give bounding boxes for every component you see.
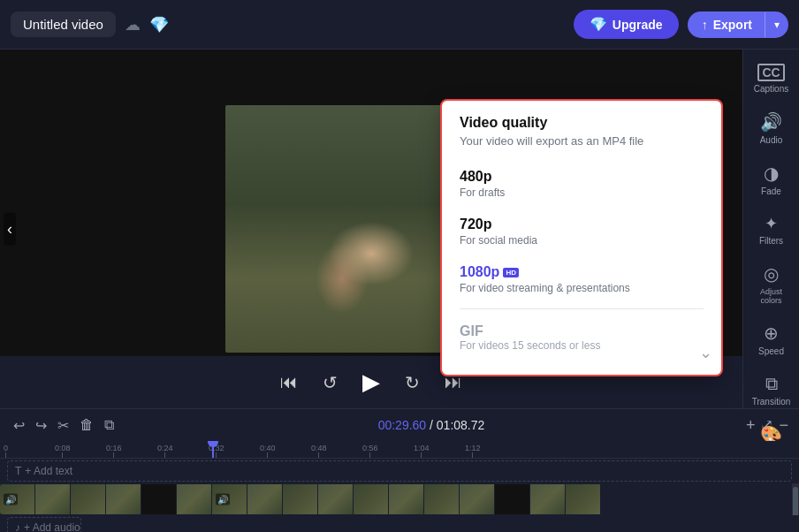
cut-button[interactable]: ✂	[55, 414, 72, 437]
collapse-panel-button[interactable]: ‹	[4, 213, 16, 246]
dropdown-subtitle: Your video will export as an MP4 file	[460, 134, 704, 148]
tracks-wrapper: 0 0:08 0:16 0:24 0:32 0:40 0:48 0:56 1:0…	[0, 441, 799, 532]
frame-tile	[141, 484, 177, 514]
total-time: 01:08.72	[437, 418, 485, 432]
adjust-colors-icon: ◎	[764, 263, 779, 285]
delete-button[interactable]: 🗑	[77, 414, 96, 436]
ruler-tick-3: 0:24	[157, 444, 173, 458]
ruler-tick-8: 1:04	[414, 444, 430, 458]
export-label: Export	[713, 18, 752, 32]
frame-tile	[530, 484, 566, 514]
timeline-tools: ↩ ↪ ✂ 🗑 ⧉	[11, 414, 117, 437]
ruler-tick-6: 0:48	[311, 444, 327, 458]
video-track-row: 🔊 🔊	[0, 483, 799, 515]
ruler-tick-1: 0:08	[55, 444, 71, 458]
ruler-tick-5: 0:40	[260, 444, 276, 458]
diamond-icon: 💎	[149, 15, 169, 34]
topbar: Untitled video ☁ 💎 💎 Upgrade ↑ Export ▾	[0, 0, 799, 49]
add-audio-icon: ♪	[15, 521, 20, 532]
volume-icon: 🔊	[4, 494, 18, 505]
filters-label: Filters	[759, 236, 783, 246]
filters-icon: ✦	[765, 214, 778, 233]
topbar-left: Untitled video ☁ 💎	[11, 11, 169, 37]
frame-tile	[177, 484, 212, 514]
quality-720p-desc: For social media	[460, 234, 704, 247]
copy-button[interactable]: ⧉	[102, 414, 117, 436]
frame-tile	[35, 484, 71, 514]
time-display: 00:29.60 / 01:08.72	[378, 418, 485, 432]
quality-option-1080p[interactable]: 1080pHD For video streaming & presentati…	[460, 255, 704, 303]
upgrade-button[interactable]: 💎 Upgrade	[574, 10, 679, 39]
ruler-tick-9: 1:12	[465, 444, 481, 458]
speed-icon: ⊕	[764, 323, 779, 344]
frame-tile	[460, 484, 495, 514]
frame-tile	[566, 484, 601, 514]
video-segment-right[interactable]: 🔊	[212, 484, 792, 514]
panel-item-transition[interactable]: ⧉ Transition	[747, 367, 796, 414]
speed-label: Speed	[758, 346, 784, 356]
undo-button[interactable]: ↩	[11, 414, 27, 437]
transition-label: Transition	[752, 397, 791, 407]
fade-label: Fade	[761, 186, 781, 196]
time-separator: /	[430, 418, 437, 432]
ruler-marks: 0 0:08 0:16 0:24 0:32 0:40 0:48 0:56 1:0…	[0, 441, 799, 458]
quality-480p-desc: For drafts	[460, 186, 704, 199]
ruler-tick-0: 0	[4, 444, 8, 458]
video-track-content: 🔊 🔊	[0, 484, 792, 514]
video-segment-left[interactable]: 🔊	[0, 484, 212, 514]
quality-1080p-name: 1080pHD	[460, 264, 704, 280]
text-track-row: T + Add text	[0, 459, 799, 483]
quality-option-480p[interactable]: 480p For drafts	[460, 160, 704, 208]
panel-item-audio[interactable]: 🔊 Audio	[747, 104, 796, 152]
frame-tile	[495, 484, 530, 514]
timeline-toolbar: ↩ ↪ ✂ 🗑 ⧉ 00:29.60 / 01:08.72 + ⤢ −	[0, 409, 799, 441]
export-chevron-button[interactable]: ▾	[765, 12, 788, 37]
frame-tile	[354, 484, 389, 514]
forward-button[interactable]: ↻	[401, 369, 423, 397]
frame-tile	[389, 484, 424, 514]
export-arrow-icon: ↑	[702, 18, 708, 32]
export-button-group: ↑ Export ▾	[688, 11, 788, 38]
dropdown-inner: Video quality Your video will export as …	[442, 101, 721, 375]
quality-720p-name: 720p	[460, 217, 704, 232]
volume-icon-2: 🔊	[216, 494, 230, 505]
redo-button[interactable]: ↪	[33, 414, 49, 437]
frame-tile	[318, 484, 354, 514]
captions-icon: CC	[757, 64, 784, 81]
skip-back-button[interactable]: ⏮	[277, 369, 301, 396]
add-audio-button[interactable]: ♪ + Add audio	[7, 517, 81, 532]
playhead[interactable]	[212, 441, 214, 458]
divider	[460, 308, 704, 309]
captions-label: Captions	[754, 84, 788, 94]
panel-item-captions[interactable]: CC Captions	[747, 57, 796, 101]
frame-tile	[71, 484, 106, 514]
hd-badge: HD	[503, 268, 519, 277]
fade-icon: ◑	[764, 163, 779, 184]
title-button[interactable]: Untitled video	[11, 11, 116, 37]
topbar-right: 💎 Upgrade ↑ Export ▾	[574, 10, 788, 39]
panel-item-filters[interactable]: ✦ Filters	[747, 207, 796, 253]
frame-tile	[247, 484, 283, 514]
ruler-tick-7: 0:56	[362, 444, 378, 458]
gif-desc: For videos 15 seconds or less	[460, 339, 704, 352]
timeline-area: ↩ ↪ ✂ 🗑 ⧉ 00:29.60 / 01:08.72 + ⤢ − 0 0:…	[0, 408, 799, 532]
panel-item-adjust-colors[interactable]: ◎ Adjust colors	[747, 256, 796, 312]
quality-option-720p[interactable]: 720p For social media	[460, 208, 704, 255]
quality-480p-name: 480p	[460, 169, 704, 185]
right-panel: CC Captions 🔊 Audio ◑ Fade ✦ Filters ◎ A…	[742, 49, 799, 408]
scrollbar-thumb[interactable]	[793, 487, 798, 515]
play-button[interactable]: ▶	[359, 365, 384, 399]
add-text-button[interactable]: T + Add text	[7, 460, 792, 482]
gem-icon: 💎	[590, 16, 607, 33]
current-time: 00:29.60	[378, 418, 427, 432]
timeline-scrollbar[interactable]	[792, 483, 799, 515]
cloud-icon: ☁	[125, 15, 141, 34]
add-audio-label: + Add audio	[24, 521, 80, 532]
rewind-button[interactable]: ↺	[319, 369, 341, 397]
panel-item-speed[interactable]: ⊕ Speed	[747, 315, 796, 363]
gif-option[interactable]: GIF For videos 15 seconds or less	[460, 315, 704, 361]
frame-tile	[424, 484, 460, 514]
panel-item-fade[interactable]: ◑ Fade	[747, 156, 796, 203]
export-button[interactable]: ↑ Export	[688, 11, 765, 38]
add-text-label: + Add text	[25, 465, 72, 477]
